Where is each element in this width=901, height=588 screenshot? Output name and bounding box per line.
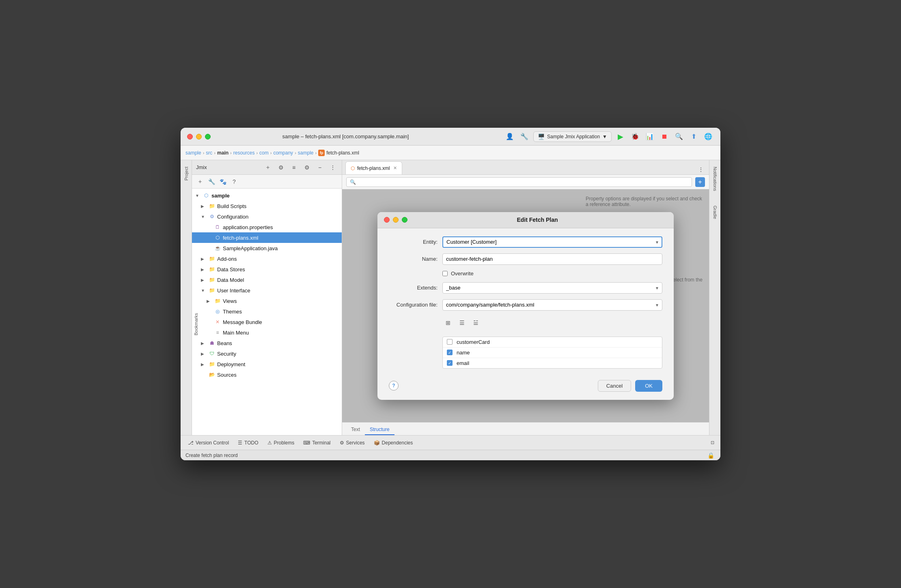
tree-item-configuration[interactable]: ▼ ⚙ Configuration [192, 211, 342, 222]
editor-menu-btn[interactable]: ⋮ [696, 165, 706, 174]
jmix-collapse-btn[interactable]: ≡ [289, 163, 299, 172]
attr-checkbox-customercard[interactable] [447, 339, 453, 345]
dialog-close[interactable] [384, 217, 390, 223]
version-control-icon: ⎇ [188, 440, 194, 446]
tree-item-data-model[interactable]: ▶ 📁 Data Model [192, 275, 342, 285]
tree-item-themes[interactable]: ◎ Themes [192, 306, 342, 317]
right-side-tabs: Notifications Gradle [709, 160, 720, 435]
tab-structure[interactable]: Structure [365, 425, 394, 435]
attr-add-btn[interactable]: ⊞ [442, 318, 454, 328]
gradle-tab[interactable]: Gradle [711, 202, 719, 222]
tree-item-views[interactable]: ▶ 📁 Views [192, 296, 342, 306]
vcs-button[interactable]: 👤 [504, 131, 515, 142]
search-input[interactable] [358, 179, 688, 185]
breadcrumb-resources[interactable]: resources [233, 150, 255, 156]
bottom-tab-todo[interactable]: ☰ TODO [234, 438, 262, 447]
jmix-gear-btn[interactable]: ⚙ [302, 163, 312, 172]
bottom-tab-problems[interactable]: ⚠ Problems [263, 438, 299, 447]
attr-item-email[interactable]: email [443, 358, 662, 368]
tab-close-button[interactable]: ✕ [393, 165, 397, 171]
jmix-menu-btn[interactable]: ⋮ [328, 163, 338, 172]
extends-select[interactable]: _base [442, 282, 662, 294]
modal-overlay: Edit Fetch Plan Entity: Customer [C [342, 189, 709, 422]
bottom-tab-version-control[interactable]: ⎇ Version Control [184, 438, 233, 447]
dialog-minimize[interactable] [393, 217, 399, 223]
notifications-tab[interactable]: Notifications [711, 163, 719, 194]
cancel-button[interactable]: Cancel [598, 380, 631, 392]
tree-item-message-bundle[interactable]: ✕ Message Bundle [192, 317, 342, 327]
run-config-label: Sample Jmix Application [547, 134, 600, 139]
name-label: Name: [389, 256, 438, 262]
breadcrumb-sample2[interactable]: sample [298, 150, 314, 156]
attr-check-btn[interactable]: ☰ [456, 318, 468, 328]
attr-item-name[interactable]: name [443, 348, 662, 358]
bottom-tab-services[interactable]: ⚙ Services [336, 438, 369, 447]
tree-item-add-ons[interactable]: ▶ 📁 Add-ons [192, 253, 342, 264]
tree-item-fetch-plans[interactable]: ⬡ fetch-plans.xml [192, 232, 342, 243]
close-button[interactable] [187, 134, 193, 139]
breadcrumb-main[interactable]: main [217, 150, 228, 156]
tree-item-data-stores[interactable]: ▶ 📁 Data Stores [192, 264, 342, 275]
minimize-button[interactable] [196, 134, 202, 139]
debug-button[interactable]: 🐞 [629, 131, 641, 142]
tree-item-sample-app[interactable]: ☕ SampleApplication.java [192, 243, 342, 253]
dialog-expand[interactable] [402, 217, 407, 223]
navigate-btn[interactable]: 🐾 [218, 177, 228, 187]
editor-tab-fetch-plans[interactable]: ⬡ fetch-plans.xml ✕ [345, 161, 402, 174]
tab-text[interactable]: Text [346, 425, 365, 435]
extends-select-wrap: _base ▼ [442, 282, 662, 294]
update-button[interactable]: ⬆ [688, 131, 699, 142]
tree-item-build-scripts[interactable]: ▶ 📁 Build Scripts [192, 201, 342, 211]
new-item-btn[interactable]: ＋ [195, 177, 205, 187]
status-message: Create fetch plan record [185, 453, 238, 458]
jmix-title: Jmix [196, 164, 260, 170]
structure-toggle-btn[interactable]: ⊡ [707, 438, 717, 448]
attr-item-customercard[interactable]: customerCard [443, 337, 662, 348]
tree-item-app-props[interactable]: 🗒 application.properties [192, 222, 342, 232]
run-button[interactable]: ▶ [615, 131, 626, 142]
search-button[interactable]: 🔍 [673, 131, 685, 142]
tree-item-deployment[interactable]: ▶ 📁 Deployment [192, 359, 342, 369]
ok-button[interactable]: OK [635, 380, 662, 392]
addons-folder-icon: 📁 [208, 255, 216, 262]
name-input[interactable] [442, 253, 662, 265]
breadcrumb-src[interactable]: src [206, 150, 212, 156]
jmix-button[interactable]: 🔧 [519, 131, 530, 142]
tree-item-sample[interactable]: ▼ ⬡ sample [192, 190, 342, 201]
jmix-minus-btn[interactable]: − [315, 163, 325, 172]
bottom-tab-dependencies[interactable]: 📦 Dependencies [370, 438, 417, 447]
jmix-action-button[interactable]: 🌐 [703, 131, 714, 142]
add-button[interactable]: + [695, 177, 705, 187]
tree-item-security[interactable]: ▶ 🛡 Security [192, 348, 342, 359]
breadcrumb-com[interactable]: com [259, 150, 269, 156]
attr-uncheck-btn[interactable]: ☱ [470, 318, 481, 328]
jmix-add-btn[interactable]: ＋ [263, 163, 273, 172]
attr-checkbox-email[interactable] [447, 360, 453, 366]
entity-select[interactable]: Customer [Customer] [442, 236, 662, 248]
dependencies-icon: 📦 [374, 440, 380, 446]
stop-button[interactable]: ⏹ [659, 131, 670, 142]
attr-checkbox-name[interactable] [447, 350, 453, 355]
config-file-select[interactable]: com/company/sample/fetch-plans.xml [442, 299, 662, 311]
help-btn[interactable]: ? [229, 177, 239, 187]
tree-item-main-menu[interactable]: ≡ Main Menu [192, 327, 342, 338]
tree-item-sources[interactable]: 📂 Sources [192, 369, 342, 380]
breadcrumb-sample[interactable]: sample [185, 150, 201, 156]
jmix-settings-btn[interactable]: ⚙ [276, 163, 286, 172]
tree-item-beans[interactable]: ▶ ☗ Beans [192, 338, 342, 348]
bookmarks-tab[interactable]: Bookmarks [192, 310, 200, 339]
overwrite-checkbox[interactable] [442, 271, 448, 276]
status-lock-btn[interactable]: 🔒 [706, 451, 716, 460]
maximize-button[interactable] [205, 134, 211, 139]
project-tab[interactable]: Project [182, 163, 190, 184]
breadcrumb-company[interactable]: company [273, 150, 293, 156]
main-window: sample – fetch-plans.xml [com.company.sa… [181, 128, 720, 460]
help-button[interactable]: ? [389, 381, 399, 391]
name-control [442, 253, 662, 265]
bottom-tab-terminal[interactable]: ⌨ Terminal [299, 438, 334, 447]
shield-icon: 🛡 [208, 350, 216, 357]
wrench-btn[interactable]: 🔧 [207, 177, 216, 187]
tree-item-user-interface[interactable]: ▼ 📁 User Interface [192, 285, 342, 296]
coverage-button[interactable]: 📊 [644, 131, 655, 142]
run-config-button[interactable]: 🖥️ Sample Jmix Application ▼ [533, 131, 612, 142]
